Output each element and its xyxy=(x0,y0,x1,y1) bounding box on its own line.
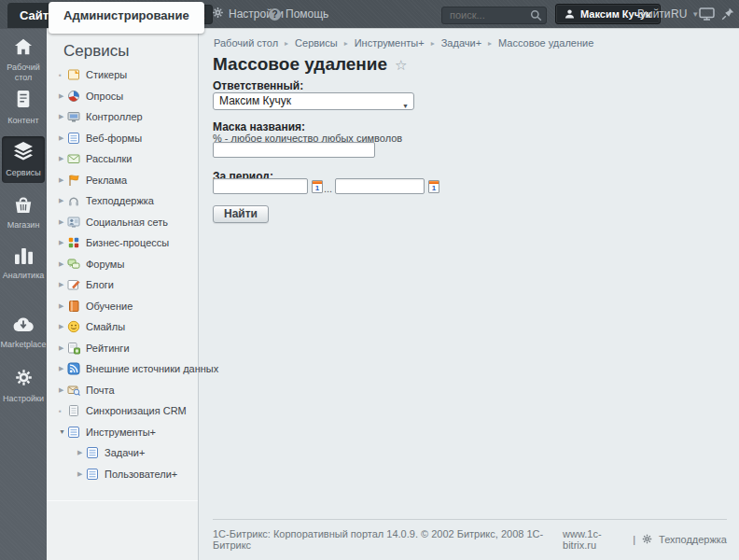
mask-input[interactable] xyxy=(213,142,375,158)
basket-icon xyxy=(13,195,34,216)
calendar-icon[interactable] xyxy=(312,180,323,193)
sidebar-item-users[interactable]: ▶Пользователи+ xyxy=(47,464,198,485)
sidebar-panel: Сервисы ▪Стикеры▶Опросы▶Контроллер▶Веб-ф… xyxy=(47,28,199,560)
expand-arrow-icon[interactable]: ▶ xyxy=(59,239,67,246)
sidebar-item-tasks[interactable]: ▶Задачи+ xyxy=(47,442,198,464)
main-content: Рабочий стол▸Сервисы▸Инструменты+▸Задачи… xyxy=(200,28,739,560)
expand-arrow-icon[interactable]: ▼ xyxy=(59,428,67,435)
expand-arrow-icon[interactable]: ▶ xyxy=(59,218,67,226)
sidebar-item-polls[interactable]: ▶Опросы xyxy=(47,86,198,107)
topbar-help-button[interactable]: ? Помощь xyxy=(269,0,328,28)
period-to-input[interactable] xyxy=(335,178,425,194)
sidebar-item-blogs[interactable]: ▶Блоги xyxy=(47,274,198,296)
sidebar-item-label: Веб-формы xyxy=(86,133,142,144)
logout-link[interactable]: Выйти xyxy=(637,0,671,28)
mail-search-icon xyxy=(67,384,80,397)
breadcrumb-link[interactable]: Рабочий стол xyxy=(214,37,278,49)
expand-arrow-icon[interactable]: ▶ xyxy=(59,92,67,100)
expand-arrow-icon[interactable]: ▶ xyxy=(59,134,67,142)
sidebar-item-crm-sync[interactable]: ▪Синхронизация CRM xyxy=(47,400,198,422)
breadcrumb-link[interactable]: Сервисы xyxy=(295,37,338,49)
sidebar-item-smiles[interactable]: ▶Смайлы xyxy=(47,316,198,338)
sidebar-item-forums[interactable]: ▶Форумы xyxy=(47,254,198,275)
rail-item-label: Настройки xyxy=(0,394,47,404)
search-icon xyxy=(530,8,542,25)
footer-support-link[interactable]: Техподдержка xyxy=(659,534,727,545)
support-icon xyxy=(67,194,80,207)
sidebar-item-newsletters[interactable]: ▶Рассылки xyxy=(47,148,198,170)
rail-item-label: Сервисы xyxy=(2,168,45,178)
footer-copyright: 1С-Битрикс: Корпоративный портал 14.0.9.… xyxy=(213,528,563,551)
rail-item-marketplace[interactable]: Marketplace xyxy=(0,316,47,350)
breadcrumb-separator-icon: ▸ xyxy=(285,39,288,48)
expand-arrow-icon[interactable]: ▶ xyxy=(59,281,67,288)
expand-arrow-icon[interactable]: ▶ xyxy=(77,470,86,478)
select-arrow-icon: ▼ xyxy=(402,98,409,114)
sidebar-item-label: Форумы xyxy=(86,259,124,270)
smiles-icon xyxy=(67,320,80,333)
social-network-icon xyxy=(67,216,80,229)
expand-arrow-icon[interactable]: ▶ xyxy=(59,113,67,120)
favorite-star-icon[interactable]: ☆ xyxy=(395,57,407,73)
calendar-icon[interactable] xyxy=(428,180,439,193)
support-gear-icon xyxy=(642,534,652,546)
sidebar-menu: ▪Стикеры▶Опросы▶Контроллер▶Веб-формы▶Рас… xyxy=(47,64,198,484)
expand-arrow-icon[interactable]: ▶ xyxy=(59,155,67,162)
left-icon-rail: Рабочий столКонтентСервисыМагазинАналити… xyxy=(0,28,47,560)
sidebar-item-mail[interactable]: ▶Почта xyxy=(47,380,198,401)
expand-arrow-icon[interactable]: ▶ xyxy=(59,365,67,372)
expand-arrow-icon[interactable]: ▶ xyxy=(77,449,86,456)
rail-item-settings[interactable]: Настройки xyxy=(0,368,47,404)
footer-divider xyxy=(213,519,727,520)
rail-item-content[interactable]: Контент xyxy=(0,90,47,126)
period-from-input[interactable] xyxy=(213,178,308,194)
sidebar-item-external-data[interactable]: ▶Внешние источники данных xyxy=(47,358,198,380)
tab-admin[interactable]: Администрирование xyxy=(49,2,204,34)
newsletters-icon xyxy=(67,152,80,165)
breadcrumb-link[interactable]: Задачи+ xyxy=(441,37,481,49)
stickers-icon xyxy=(67,68,80,81)
sidebar-item-learning[interactable]: ▶Обучение xyxy=(47,296,198,317)
breadcrumb-link[interactable]: Инструменты+ xyxy=(355,37,425,49)
footer-site-link[interactable]: www.1c-bitrix.ru xyxy=(563,528,626,551)
rail-item-desktop[interactable]: Рабочий стол xyxy=(0,37,47,83)
home-icon xyxy=(13,37,34,58)
find-button[interactable]: Найти xyxy=(213,205,269,223)
expand-arrow-icon[interactable]: ▶ xyxy=(59,386,67,394)
desktop-view-icon[interactable] xyxy=(699,7,715,24)
sidebar-item-label: Блоги xyxy=(86,279,114,290)
page-title-text: Массовое удаление xyxy=(213,54,387,74)
sidebar-item-tools[interactable]: ▼Инструменты+ xyxy=(47,422,198,443)
pin-icon[interactable] xyxy=(721,7,734,24)
expand-arrow-icon[interactable]: ▶ xyxy=(59,323,67,330)
expand-arrow-icon[interactable]: ▶ xyxy=(59,302,67,310)
breadcrumb-link[interactable]: Массовое удаление xyxy=(498,37,593,49)
sidebar-item-social[interactable]: ▶Социальная сеть xyxy=(47,212,198,233)
bullet-icon: ▪ xyxy=(59,407,67,415)
breadcrumb-separator-icon: ▸ xyxy=(488,39,492,48)
sidebar-item-ratings[interactable]: ▶Рейтинги xyxy=(47,338,198,359)
expand-arrow-icon[interactable]: ▶ xyxy=(59,197,67,204)
sidebar-title: Сервисы xyxy=(63,42,129,61)
breadcrumb: Рабочий стол▸Сервисы▸Инструменты+▸Задачи… xyxy=(214,37,593,49)
sidebar-item-support[interactable]: ▶Техподдержка xyxy=(47,190,198,212)
crm-sync-icon xyxy=(67,404,80,417)
rail-item-analytics[interactable]: Аналитика xyxy=(0,246,47,281)
help-icon: ? xyxy=(269,8,281,21)
sidebar-item-stickers[interactable]: ▪Стикеры xyxy=(47,64,198,86)
sidebar-item-label: Обучение xyxy=(86,301,132,312)
expand-arrow-icon[interactable]: ▶ xyxy=(59,176,67,184)
rail-item-label: Аналитика xyxy=(0,271,47,281)
tasks-icon xyxy=(86,446,99,459)
language-label: RU xyxy=(671,7,687,21)
responsible-select[interactable]: Максим Кучук ▼ xyxy=(213,92,414,110)
sidebar-item-webforms[interactable]: ▶Веб-формы xyxy=(47,128,198,149)
language-dropdown[interactable]: RU ▼ xyxy=(671,0,699,28)
rail-item-store[interactable]: Магазин xyxy=(0,195,47,231)
sidebar-item-bizproc[interactable]: ▶Бизнес-процессы xyxy=(47,232,198,254)
expand-arrow-icon[interactable]: ▶ xyxy=(59,344,67,352)
expand-arrow-icon[interactable]: ▶ xyxy=(59,260,67,268)
rail-item-services[interactable]: Сервисы xyxy=(2,136,45,183)
sidebar-item-advertising[interactable]: ▶Реклама xyxy=(47,170,198,191)
sidebar-item-controller[interactable]: ▶Контроллер xyxy=(47,106,198,128)
